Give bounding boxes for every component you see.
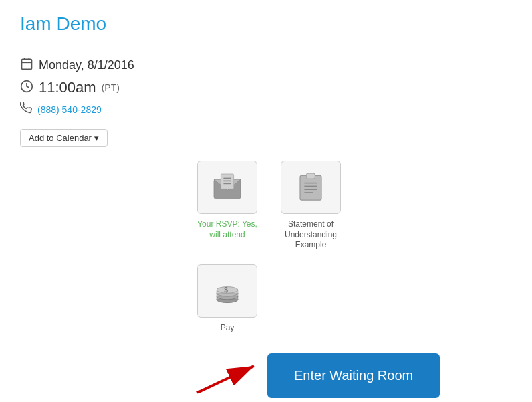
left-panel [20, 161, 180, 398]
statement-card: Statement of Understanding Example [274, 161, 348, 251]
time-label: 11:00am [39, 79, 96, 96]
icons-row-bottom: $ Pay [194, 264, 261, 334]
dropdown-icon: ▾ [94, 133, 99, 143]
calendar-icon [20, 57, 33, 74]
date-row: Monday, 8/1/2016 [20, 57, 512, 74]
svg-text:$: $ [224, 286, 228, 294]
svg-rect-12 [307, 173, 315, 179]
pay-card: $ Pay [194, 264, 261, 334]
pay-icon-box[interactable]: $ [197, 264, 257, 318]
rsvp-card: Your RSVP: Yes, will attend [194, 161, 261, 240]
add-calendar-wrapper: Add to Calendar ▾ [20, 122, 512, 147]
clock-icon [20, 80, 33, 96]
rsvp-label: Your RSVP: Yes, will attend [194, 219, 261, 240]
enter-waiting-room-button[interactable]: Enter Waiting Room [267, 353, 440, 398]
time-tz: (PT) [102, 82, 120, 93]
icons-row-top: Your RSVP: Yes, will attend Statement of [194, 161, 348, 251]
arrow-icon [194, 356, 267, 396]
main-content: Your RSVP: Yes, will attend Statement of [20, 161, 512, 398]
pay-label: Pay [221, 323, 235, 334]
time-row: 11:00am (PT) [20, 79, 512, 96]
cta-row: Enter Waiting Room [194, 353, 512, 398]
phone-row: (888) 540-2829 [20, 102, 512, 117]
right-panel: Your RSVP: Yes, will attend Statement of [194, 161, 512, 398]
add-calendar-label: Add to Calendar [29, 133, 92, 143]
svg-rect-0 [22, 59, 32, 69]
date-label: Monday, 8/1/2016 [39, 58, 134, 72]
svg-rect-11 [300, 175, 321, 200]
statement-label: Statement of Understanding Example [274, 219, 348, 251]
add-to-calendar-button[interactable]: Add to Calendar ▾ [20, 129, 108, 147]
svg-line-26 [197, 366, 254, 393]
phone-icon [20, 102, 32, 117]
page-title: Iam Demo [20, 13, 512, 43]
phone-link[interactable]: (888) 540-2829 [37, 104, 102, 115]
svg-rect-7 [221, 174, 233, 189]
statement-icon-box[interactable] [281, 161, 341, 214]
rsvp-icon-box[interactable] [197, 161, 257, 214]
